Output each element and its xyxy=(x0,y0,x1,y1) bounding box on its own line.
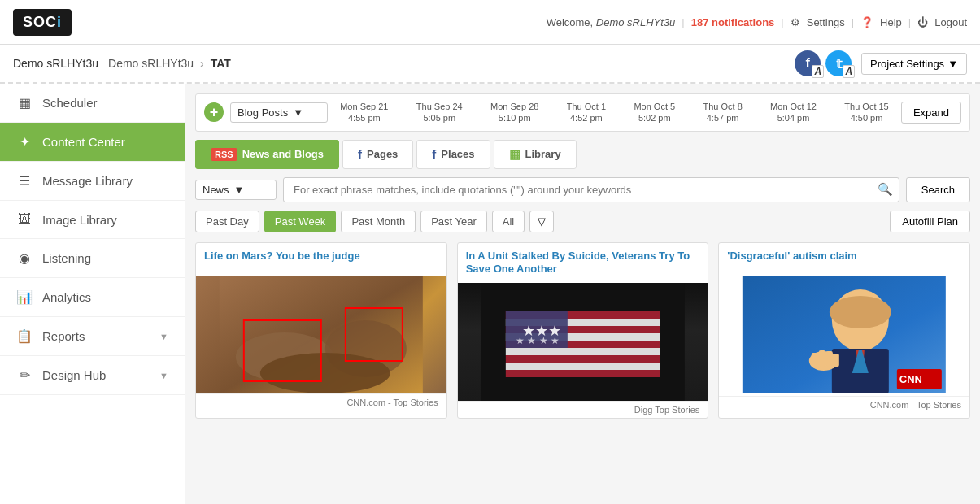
news-cards: Life on Mars? You be the judge xyxy=(195,242,970,419)
content-center-icon: ✦ xyxy=(16,134,33,150)
separator-1: | xyxy=(682,16,684,28)
content-area: + Blog Posts ▼ Mon Sep 21 4:55 pm Thu Se… xyxy=(185,84,980,504)
date-slots: Mon Sep 21 4:55 pm Thu Sep 24 5:05 pm Mo… xyxy=(334,101,895,124)
facebook-icon[interactable]: f A xyxy=(795,50,821,76)
facebook-places-icon: f xyxy=(432,147,436,161)
breadcrumb-bar: Demo sRLHYt3u Demo sRLHYt3u › TAT f A 𝕥 … xyxy=(0,45,980,84)
svg-rect-25 xyxy=(812,353,818,367)
filter-past-day[interactable]: Past Day xyxy=(195,211,259,232)
date-slot-2: Thu Sep 24 5:05 pm xyxy=(416,101,463,124)
sidebar-item-design-hub[interactable]: ✏ Design Hub ▼ xyxy=(0,356,185,395)
design-hub-chevron: ▼ xyxy=(159,371,168,380)
project-settings-button[interactable]: Project Settings ▼ xyxy=(861,53,967,75)
breadcrumb: Demo sRLHYt3u › TAT xyxy=(108,57,231,70)
tab-label-pages: Pages xyxy=(367,148,398,160)
news-card-title-2[interactable]: In A Unit Stalked By Suicide, Veterans T… xyxy=(458,243,708,284)
logo: SOCi xyxy=(13,9,72,36)
news-card-source-1: CNN.com - Top Stories xyxy=(196,393,446,411)
analytics-icon: 📊 xyxy=(16,289,33,305)
sidebar-item-reports[interactable]: 📋 Reports ▼ xyxy=(0,317,185,356)
svg-rect-16 xyxy=(505,370,660,377)
search-button[interactable]: Search xyxy=(906,177,970,202)
rss-icon: RSS xyxy=(211,148,237,161)
filter-buttons: Past Day Past Week Past Month Past Year … xyxy=(195,211,554,232)
tab-label-places: Places xyxy=(441,148,474,160)
reports-chevron: ▼ xyxy=(159,332,168,341)
breadcrumb-right: f A 𝕥 A Project Settings ▼ xyxy=(795,50,967,76)
search-row: News ▼ 🔍 Search xyxy=(195,177,970,202)
filter-row: Past Day Past Week Past Month Past Year … xyxy=(195,211,970,232)
separator-2: | xyxy=(781,16,783,28)
sidebar-label-listening: Listening xyxy=(42,251,91,265)
svg-rect-13 xyxy=(505,348,660,355)
news-card-image-1 xyxy=(196,276,446,393)
news-card-title-1[interactable]: Life on Mars? You be the judge xyxy=(196,243,446,276)
facebook-pages-icon: f xyxy=(358,147,362,161)
separator-4: | xyxy=(908,16,911,28)
search-type-dropdown[interactable]: News ▼ xyxy=(195,180,277,200)
sidebar-item-analytics[interactable]: 📊 Analytics xyxy=(0,278,185,317)
sidebar-label-design-hub: Design Hub xyxy=(42,368,106,382)
sidebar-item-image-library[interactable]: 🖼 Image Library xyxy=(0,201,185,239)
expand-button[interactable]: Expand xyxy=(901,102,961,124)
blog-posts-dropdown[interactable]: Blog Posts ▼ xyxy=(230,102,328,123)
sidebar-label-content-center: Content Center xyxy=(42,135,125,149)
svg-text:CNN: CNN xyxy=(899,373,922,385)
date-slot-8: Thu Oct 15 4:50 pm xyxy=(844,101,888,124)
library-icon: ▦ xyxy=(509,147,520,162)
tab-pages[interactable]: f Pages xyxy=(342,140,413,169)
logout-icon: ⏻ xyxy=(917,16,928,28)
news-card-image-3: CNN xyxy=(719,276,969,396)
svg-rect-26 xyxy=(819,350,825,367)
project-settings-chevron: ▼ xyxy=(947,58,958,70)
design-hub-icon: ✏ xyxy=(16,367,33,383)
filter-past-week[interactable]: Past Week xyxy=(264,211,337,232)
breadcrumb-child: TAT xyxy=(211,57,231,70)
sidebar-item-scheduler[interactable]: ▦ Scheduler xyxy=(0,84,185,123)
tab-library[interactable]: ▦ Library xyxy=(494,140,577,169)
filter-all[interactable]: All xyxy=(492,211,525,232)
settings-link[interactable]: Settings xyxy=(807,16,845,28)
news-card-image-2: ★★★ ★ ★ ★ ★ xyxy=(458,283,708,401)
news-card-title-3[interactable]: 'Disgraceful' autism claim xyxy=(719,243,969,276)
filter-icon-button[interactable]: ▽ xyxy=(529,211,554,232)
separator-3: | xyxy=(852,16,854,28)
tab-news-blogs[interactable]: RSS News and Blogs xyxy=(195,140,339,169)
dropdown-chevron: ▼ xyxy=(293,106,303,119)
breadcrumb-link[interactable]: Demo sRLHYt3u xyxy=(108,57,194,70)
search-type-chevron: ▼ xyxy=(234,184,245,196)
tab-label-news-blogs: News and Blogs xyxy=(242,148,324,160)
svg-point-22 xyxy=(830,296,891,328)
listening-icon: ◉ xyxy=(16,250,33,266)
add-button[interactable]: + xyxy=(204,102,224,122)
search-icon[interactable]: 🔍 xyxy=(878,182,893,197)
filter-past-month[interactable]: Past Month xyxy=(341,211,416,232)
image-library-icon: 🖼 xyxy=(16,212,33,227)
svg-rect-28 xyxy=(834,354,839,367)
scheduler-icon: ▦ xyxy=(16,95,33,111)
main-layout: ▦ Scheduler ✦ Content Center ☰ Message L… xyxy=(0,84,980,504)
date-slot-6: Thu Oct 8 4:57 pm xyxy=(703,101,742,124)
sidebar-item-message-library[interactable]: ☰ Message Library xyxy=(0,162,185,201)
sidebar-label-image-library: Image Library xyxy=(42,213,117,227)
notification-count[interactable]: 187 notifications xyxy=(691,16,775,28)
sidebar-label-analytics: Analytics xyxy=(42,290,91,304)
twitter-icon[interactable]: 𝕥 A xyxy=(825,50,852,76)
autofill-plan-button[interactable]: Autofill Plan xyxy=(890,211,970,232)
sidebar-item-listening[interactable]: ◉ Listening xyxy=(0,239,185,278)
dropdown-value: Blog Posts xyxy=(237,106,288,119)
search-input[interactable] xyxy=(283,177,899,202)
breadcrumb-sep: › xyxy=(200,57,204,70)
sidebar-item-content-center[interactable]: ✦ Content Center xyxy=(0,123,185,162)
tab-places[interactable]: f Places xyxy=(416,140,490,169)
news-card-1: Life on Mars? You be the judge xyxy=(195,242,447,419)
filter-past-year[interactable]: Past Year xyxy=(420,211,487,232)
tab-label-library: Library xyxy=(525,148,561,160)
sidebar-label-scheduler: Scheduler xyxy=(42,96,98,110)
date-slot-5: Mon Oct 5 5:02 pm xyxy=(634,101,675,124)
search-type-value: News xyxy=(203,184,229,196)
svg-rect-14 xyxy=(505,355,660,363)
svg-rect-27 xyxy=(826,351,833,367)
help-link[interactable]: Help xyxy=(880,16,902,28)
logout-link[interactable]: Logout xyxy=(934,16,967,28)
